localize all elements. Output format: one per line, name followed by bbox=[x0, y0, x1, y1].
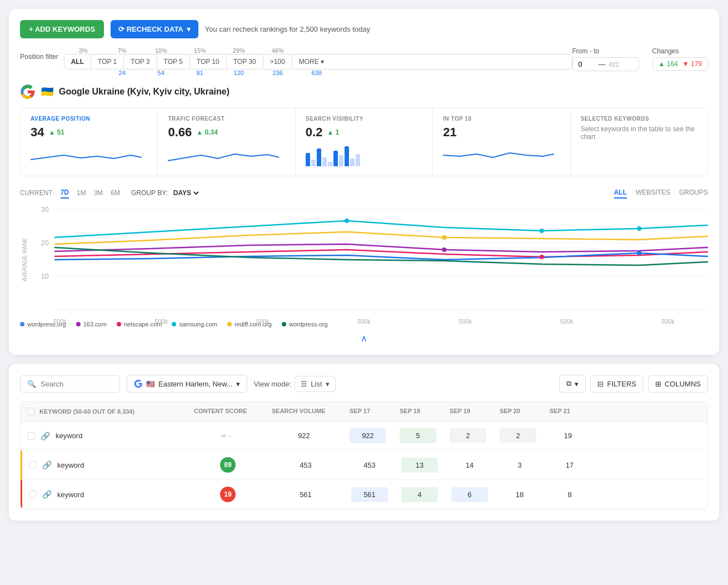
from-to-input-row[interactable]: — 422 bbox=[572, 57, 639, 71]
group-by-select[interactable]: DAYS bbox=[171, 189, 201, 197]
count-top1: 24 bbox=[103, 70, 142, 76]
pct-item: 3% bbox=[64, 47, 103, 54]
table-header: KEYWORD (50-60 out of 8,334) CONTENT SCO… bbox=[21, 402, 707, 422]
th-sep19: SEP 19 bbox=[443, 408, 493, 415]
svg-point-11 bbox=[442, 247, 446, 252]
to-value: 422 bbox=[609, 61, 619, 68]
position-filter-label: Position filter bbox=[20, 47, 58, 61]
td-sep17-0: 922 bbox=[343, 428, 393, 443]
chevron-down-icon: ▾ bbox=[187, 25, 191, 33]
selected-keywords-title: SELECTED KEYWORDS bbox=[581, 116, 697, 122]
chart-controls: CURRENT 7D 1M 3M 6M GROUP BY: DAYS ALL W… bbox=[20, 187, 708, 199]
td-score-1: 89 bbox=[189, 457, 267, 473]
view-tabs: ALL WEBSITES GROUPS bbox=[614, 187, 708, 199]
metric-card-traffic: TRAFIC FORECAST 0.66 ▲ 0.34 bbox=[158, 108, 295, 176]
time-btn-1m[interactable]: 1M bbox=[77, 187, 86, 199]
location-selector[interactable]: 🇺🇸 Eastern Harlem, New... ▾ bbox=[127, 375, 247, 393]
metric-card-selected-keywords: SELECTED KEYWORDS Select keywords in the… bbox=[571, 108, 707, 176]
chevron-down-icon: ▾ bbox=[321, 58, 324, 66]
bottom-card: 🔍 🇺🇸 Eastern Harlem, New... ▾ View mode:… bbox=[9, 364, 719, 520]
filter-icon: ⊟ bbox=[597, 380, 604, 388]
change-up: ▲ 164 bbox=[659, 60, 678, 68]
view-tab-websites[interactable]: WEBSITES bbox=[636, 187, 670, 199]
svg-point-12 bbox=[540, 255, 544, 259]
view-mode-select[interactable]: ☰ List ▾ bbox=[295, 376, 335, 392]
avg-position-change: ▲ 51 bbox=[48, 128, 64, 136]
time-btn-7d[interactable]: 7D bbox=[61, 187, 69, 199]
pct-item: 10% bbox=[142, 47, 181, 54]
time-btn-6m[interactable]: 6M bbox=[111, 187, 120, 199]
columns-button[interactable]: ⊞ COLUMNS bbox=[648, 375, 708, 393]
td-sep21-1: 17 bbox=[545, 461, 595, 469]
td-keyword-0: 🔗 keyword bbox=[21, 432, 187, 440]
row-checkbox-0[interactable] bbox=[27, 432, 35, 440]
ukraine-flag-icon: 🇺🇦 bbox=[41, 86, 53, 98]
table-row: 🔗 keyword 19 561 561 4 6 18 8 bbox=[21, 480, 707, 509]
top-toolbar: + ADD KEYWORDS ⟳ RECHECK DATA ▾ You can … bbox=[20, 20, 708, 38]
copy-button[interactable]: ⧉ ▾ bbox=[559, 375, 586, 393]
visibility-title: SEARCH VISIBILITY bbox=[306, 116, 422, 122]
add-keywords-button[interactable]: + ADD KEYWORDS bbox=[20, 20, 104, 38]
td-sep21-0: 19 bbox=[543, 432, 593, 440]
th-search-volume: SEARCH VOLUME bbox=[265, 408, 343, 415]
td-score-2: 19 bbox=[189, 487, 267, 502]
metric-card-top10: IN TOP 10 21 bbox=[433, 108, 570, 176]
td-sep19-1: 14 bbox=[445, 461, 495, 469]
from-input[interactable] bbox=[579, 60, 595, 68]
filter-btn-all[interactable]: ALL bbox=[64, 54, 91, 69]
time-buttons: CURRENT 7D 1M 3M 6M bbox=[20, 187, 120, 199]
row-checkbox-2[interactable] bbox=[29, 490, 37, 498]
link-icon-2[interactable]: 🔗 bbox=[42, 490, 52, 499]
link-icon-1[interactable]: 🔗 bbox=[42, 460, 52, 469]
filter-btn-100plus[interactable]: >100 bbox=[263, 54, 292, 69]
filter-btn-top5[interactable]: TOP 5 bbox=[157, 54, 190, 69]
cell-highlight-0: 922 bbox=[350, 428, 386, 443]
td-score-0: ✏ - bbox=[187, 432, 265, 440]
view-tab-all[interactable]: ALL bbox=[614, 187, 627, 199]
th-sep20: SEP 20 bbox=[493, 408, 543, 415]
recheck-data-button[interactable]: ⟳ RECHECK DATA ▾ bbox=[111, 20, 198, 38]
filter-btn-top10[interactable]: TOP 10 bbox=[190, 54, 227, 69]
main-chart: 30 20 10 AVERAGE RANK bbox=[20, 204, 708, 315]
table-row: 🔗 keyword 89 453 453 13 14 3 17 bbox=[21, 450, 707, 480]
time-btn-3m[interactable]: 3M bbox=[94, 187, 103, 199]
search-box[interactable]: 🔍 bbox=[20, 375, 120, 393]
th-sep21: SEP 21 bbox=[543, 408, 593, 415]
change-down: ▼ 179 bbox=[682, 60, 702, 68]
visibility-change: ▲ 1 bbox=[327, 128, 339, 136]
count-top5: 81 bbox=[181, 70, 220, 76]
us-flag-icon: 🇺🇸 bbox=[146, 380, 155, 388]
search-icon: 🔍 bbox=[27, 380, 36, 388]
score-badge-1: 89 bbox=[220, 457, 236, 473]
filter-btn-top30[interactable]: TOP 30 bbox=[227, 54, 263, 69]
pct-item: 15% bbox=[181, 47, 220, 54]
chevron-down-icon: ▾ bbox=[326, 380, 330, 388]
count-top30: 236 bbox=[258, 70, 297, 76]
svg-text:AVERAGE RANK: AVERAGE RANK bbox=[22, 238, 28, 281]
location-text: Eastern Harlem, New... bbox=[158, 380, 233, 388]
filter-btn-top1[interactable]: TOP 1 bbox=[91, 54, 124, 69]
td-volume-2: 561 bbox=[267, 490, 345, 499]
link-icon-0[interactable]: 🔗 bbox=[41, 432, 50, 440]
time-btn-current[interactable]: CURRENT bbox=[20, 187, 53, 199]
pct-item: 29% bbox=[220, 47, 258, 54]
metric-card-avg-position: AVERAGE POSITION 34 ▲ 51 bbox=[21, 108, 158, 176]
chevron-down-icon: ▾ bbox=[236, 380, 240, 388]
selected-keywords-subtitle: Select keywords in the table to see the … bbox=[581, 125, 697, 141]
td-sep18-0: 5 bbox=[393, 428, 443, 443]
avg-position-value: 34 ▲ 51 bbox=[31, 125, 147, 140]
td-sep18-2: 4 bbox=[395, 487, 445, 502]
pct-item: 46% bbox=[258, 47, 297, 54]
google-location-title: Google Ukraine (Kyiv, Kyiv city, Ukraine… bbox=[59, 87, 230, 97]
filters-button[interactable]: ⊟ FILTERS bbox=[590, 375, 644, 393]
row-checkbox-1[interactable] bbox=[29, 461, 37, 469]
td-volume-0: 922 bbox=[265, 432, 343, 440]
view-tab-groups[interactable]: GROUPS bbox=[679, 187, 708, 199]
filters-label: FILTERS bbox=[607, 380, 636, 388]
chart-svg: 30 20 10 AVERAGE RANK bbox=[20, 204, 708, 315]
collapse-button[interactable]: ∧ bbox=[20, 333, 708, 344]
filter-btn-more[interactable]: MORE ▾ bbox=[292, 54, 331, 69]
search-input[interactable] bbox=[41, 380, 113, 388]
header-checkbox[interactable] bbox=[27, 408, 35, 415]
filter-btn-top3[interactable]: TOP 3 bbox=[124, 54, 157, 69]
